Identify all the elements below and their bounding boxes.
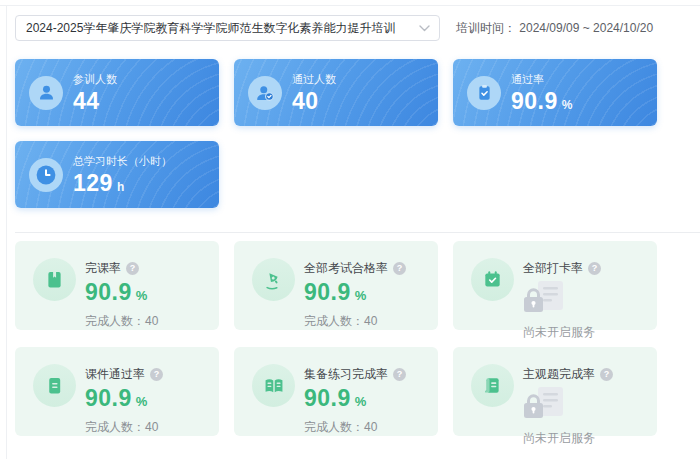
course-completion-rate-card: 完课率 90.9 % 完成人数：40 [15,241,219,330]
courseware-pass-rate-label: 课件通过率 [85,366,145,383]
passed-count-value: 40 [292,89,319,113]
metric-cards: 完课率 90.9 % 完成人数：40 [15,241,657,436]
training-course-select[interactable]: 2024-2025学年肇庆学院教育科学学院师范生数字化素养能力提升培训 [15,15,440,41]
pass-rate-card: 通过率 90.9 % [453,59,657,126]
group-practice-rate-value: 90.9 [304,386,351,411]
training-time-value: 2024/09/09 ~ 2024/10/20 [519,21,653,35]
training-time: 培训时间： 2024/09/09 ~ 2024/10/20 [456,20,653,37]
lock-document-icon [523,387,613,425]
group-practice-rate-card: 集备练习完成率 90.9 % 完成人数：40 [234,347,438,436]
lock-document-icon [523,281,601,319]
pass-rate-value: 90.9 [511,89,558,113]
courseware-pass-rate-sub: 完成人数：40 [85,419,163,436]
group-practice-rate-sub: 完成人数：40 [304,419,406,436]
exam-pass-rate-unit: % [355,288,367,303]
panel-left-border [6,5,7,459]
calendar-check-icon [471,258,514,301]
clock-icon [29,158,63,192]
course-completion-rate-label: 完课率 [85,260,121,277]
passed-count-card: 通过人数 40 [234,59,438,126]
exam-pass-rate-label: 全部考试合格率 [304,260,388,277]
help-icon[interactable] [150,368,163,381]
subjective-completion-rate-locked-text: 尚未开启服务 [523,430,613,447]
checkin-rate-locked-text: 尚未开启服务 [523,324,601,341]
group-practice-rate-unit: % [355,394,367,409]
training-time-label: 培训时间： [456,21,516,35]
study-hours-unit: h [117,180,124,194]
section-divider [15,232,700,233]
passed-count-label: 通过人数 [292,72,336,87]
training-dashboard: 2024-2025学年肇庆学院教育科学学院师范生数字化素养能力提升培训 培训时间… [15,15,700,436]
study-hours-value: 129 [73,171,113,195]
help-icon[interactable] [600,368,613,381]
course-completion-rate-sub: 完成人数：40 [85,313,158,330]
book-icon [33,258,76,301]
exam-pass-rate-sub: 完成人数：40 [304,313,406,330]
subjective-completion-rate-label: 主观题完成率 [523,366,595,383]
courseware-pass-rate-unit: % [136,394,148,409]
participants-value: 44 [73,89,100,113]
courseware-pass-rate-value: 90.9 [85,386,132,411]
clipboard-check-icon [467,76,501,110]
course-completion-rate-unit: % [136,288,148,303]
help-icon[interactable] [126,262,139,275]
user-icon [29,76,63,110]
checkin-rate-card: 全部打卡率 尚未开启服务 [453,241,657,330]
study-hours-label: 总学习时长（小时） [73,154,172,169]
help-icon[interactable] [393,368,406,381]
pen-icon [252,258,295,301]
courseware-pass-rate-card: 课件通过率 90.9 % 完成人数：40 [15,347,219,436]
scroll-icon [471,364,514,407]
pass-rate-unit: % [562,98,573,112]
help-icon[interactable] [393,262,406,275]
subjective-completion-rate-card: 主观题完成率 尚未开启服务 [453,347,657,436]
checkin-rate-label: 全部打卡率 [523,260,583,277]
help-icon[interactable] [588,262,601,275]
panel-top-border [0,5,700,6]
chevron-down-icon [419,25,430,32]
participants-card: 参训人数 44 [15,59,219,126]
exam-pass-rate-card: 全部考试合格率 90.9 % 完成人数：40 [234,241,438,330]
course-completion-rate-value: 90.9 [85,280,132,305]
user-check-icon [248,76,282,110]
document-icon [33,364,76,407]
participants-label: 参训人数 [73,72,117,87]
pass-rate-label: 通过率 [511,72,572,87]
open-book-icon [252,364,295,407]
training-course-select-value: 2024-2025学年肇庆学院教育科学学院师范生数字化素养能力提升培训 [26,20,395,37]
group-practice-rate-label: 集备练习完成率 [304,366,388,383]
study-hours-card: 总学习时长（小时） 129 h [15,141,219,208]
header: 2024-2025学年肇庆学院教育科学学院师范生数字化素养能力提升培训 培训时间… [15,15,700,41]
summary-cards: 参训人数 44 通过人数 40 [15,59,657,208]
exam-pass-rate-value: 90.9 [304,280,351,305]
